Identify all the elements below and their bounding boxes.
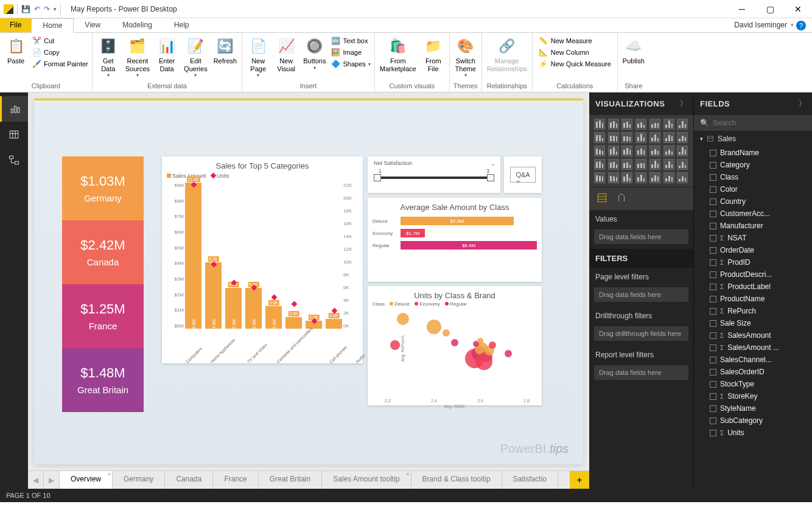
chevron-right-icon[interactable]: 〉: [799, 99, 807, 109]
viz-type-icon[interactable]: [635, 145, 646, 156]
tab-file[interactable]: File: [0, 18, 31, 32]
field-item[interactable]: SalesOrderID: [694, 366, 812, 378]
viz-type-icon[interactable]: [621, 132, 632, 143]
new-quick-measure-button[interactable]: ⚡New Quick Measure: [537, 58, 612, 69]
viz-type-icon[interactable]: [663, 119, 674, 130]
kpi-card[interactable]: $1.48MGreat Britain: [62, 348, 144, 412]
viz-type-icon[interactable]: [608, 132, 619, 143]
edit-queries-button[interactable]: 📝Edit Queries: [181, 34, 210, 79]
maximize-button[interactable]: ▢: [756, 0, 784, 18]
viz-type-icon[interactable]: [621, 159, 632, 170]
viz-type-icon[interactable]: [621, 145, 632, 156]
prev-page-button[interactable]: ◀: [28, 471, 44, 489]
chevron-right-icon[interactable]: 〉: [680, 99, 688, 109]
avg-sale-by-class-chart[interactable]: Average Sale Amount by Class Deluxe$7.8M…: [368, 198, 542, 282]
checkbox-icon[interactable]: [710, 259, 716, 266]
viz-type-icon[interactable]: [677, 145, 688, 156]
chevron-down-icon[interactable]: ⌄: [491, 160, 495, 167]
copy-button[interactable]: 📄Copy: [30, 47, 89, 58]
buttons-button[interactable]: 🔘Buttons: [301, 34, 328, 72]
checkbox-icon[interactable]: [710, 186, 716, 193]
viz-type-icon[interactable]: [635, 172, 646, 183]
viz-type-icon[interactable]: [663, 172, 674, 183]
viz-type-icon[interactable]: [608, 159, 619, 170]
page-tab[interactable]: Great Britain: [259, 471, 322, 489]
viz-type-icon[interactable]: [649, 132, 660, 143]
page-tab[interactable]: Satisfactio: [502, 471, 558, 489]
viz-type-icon[interactable]: [677, 132, 688, 143]
redo-icon[interactable]: ↷: [44, 5, 50, 13]
checkbox-icon[interactable]: [710, 211, 716, 217]
add-page-button[interactable]: +: [570, 471, 589, 489]
new-measure-button[interactable]: 📏New Measure: [537, 35, 612, 46]
viz-type-icon[interactable]: [649, 119, 660, 130]
format-painter-button[interactable]: 🖌️Format Painter: [30, 58, 89, 69]
from-marketplace-button[interactable]: 🛍️From Marketplace: [377, 34, 419, 74]
save-icon[interactable]: 💾: [21, 5, 30, 13]
satisfaction-slicer[interactable]: Net Satisfaction ⌄ 13: [368, 156, 500, 193]
undo-icon[interactable]: ↶: [34, 5, 40, 13]
get-data-button[interactable]: 🗄️Get Data: [95, 34, 122, 79]
field-item[interactable]: Category: [694, 159, 812, 171]
viz-type-icon[interactable]: [608, 119, 619, 130]
checkbox-icon[interactable]: [710, 223, 716, 229]
checkbox-icon[interactable]: [710, 344, 716, 351]
field-item[interactable]: SalesChannel...: [694, 354, 812, 366]
page-tab[interactable]: France: [213, 471, 258, 489]
page-tab[interactable]: Germany: [113, 471, 165, 489]
model-view-button[interactable]: [0, 147, 28, 173]
paste-button[interactable]: 📋Paste: [2, 34, 29, 66]
report-view-button[interactable]: [0, 96, 28, 122]
data-view-button[interactable]: [0, 122, 28, 147]
field-item[interactable]: ΣNSAT: [694, 232, 812, 244]
field-item[interactable]: SubCategory: [694, 414, 812, 427]
minimize-button[interactable]: ─: [728, 0, 756, 18]
field-item[interactable]: Sale Size: [694, 317, 812, 329]
field-item[interactable]: ΣStoreKey: [694, 390, 812, 402]
checkbox-icon[interactable]: [710, 320, 716, 327]
drill-filters-drop[interactable]: Drag drillthrough fields here: [594, 326, 688, 341]
viz-type-icon[interactable]: [608, 145, 619, 156]
checkbox-icon[interactable]: [710, 174, 716, 181]
viz-type-icon[interactable]: [663, 132, 674, 143]
viz-type-icon[interactable]: [677, 119, 688, 130]
page-tab[interactable]: Overview×: [60, 471, 113, 489]
viz-type-icon[interactable]: [677, 159, 688, 170]
field-item[interactable]: ΣProdID: [694, 256, 812, 268]
checkbox-icon[interactable]: [710, 284, 716, 290]
format-well-icon[interactable]: [616, 192, 627, 205]
field-item[interactable]: Color: [694, 183, 812, 195]
checkbox-icon[interactable]: [710, 418, 716, 424]
field-item[interactable]: ProductDescri...: [694, 268, 812, 281]
field-item[interactable]: ΣSalesAmount ...: [694, 341, 812, 354]
viz-type-icon[interactable]: [635, 119, 646, 130]
viz-type-icon[interactable]: [594, 132, 605, 143]
user-name[interactable]: David Iseminger: [730, 18, 791, 32]
checkbox-icon[interactable]: [710, 271, 716, 278]
shapes-button[interactable]: 🔷Shapes: [329, 58, 371, 69]
new-visual-button[interactable]: 📈New Visual: [273, 34, 299, 74]
kpi-card[interactable]: $1.25MFrance: [62, 284, 144, 348]
switch-theme-button[interactable]: 🎨Switch Theme: [452, 34, 479, 79]
next-page-button[interactable]: ▶: [44, 471, 60, 489]
viz-type-icon[interactable]: [594, 145, 605, 156]
field-item[interactable]: ΣRePurch: [694, 305, 812, 317]
field-item[interactable]: ΣUnits: [694, 427, 812, 439]
viz-type-icon[interactable]: [649, 159, 660, 170]
report-filters-drop[interactable]: Drag data fields here: [594, 365, 688, 380]
kpi-card[interactable]: $1.03MGermany: [62, 156, 144, 220]
viz-type-icon[interactable]: [649, 172, 660, 183]
field-item[interactable]: ΣSalesAmount: [694, 329, 812, 341]
viz-type-icon[interactable]: [621, 172, 632, 183]
viz-type-icon[interactable]: [649, 145, 660, 156]
image-button[interactable]: 🖼️Image: [329, 47, 371, 58]
checkbox-icon[interactable]: [710, 369, 716, 376]
field-item[interactable]: ΣProductLabel: [694, 281, 812, 293]
close-button[interactable]: ✕: [784, 0, 812, 18]
tab-home[interactable]: Home: [31, 18, 74, 33]
viz-type-icon[interactable]: [677, 172, 688, 183]
field-item[interactable]: OrderDate: [694, 244, 812, 256]
values-drop[interactable]: Drag data fields here: [594, 229, 688, 244]
kpi-card[interactable]: $2.42MCanada: [62, 220, 144, 284]
new-column-button[interactable]: 📐New Column: [537, 47, 612, 58]
